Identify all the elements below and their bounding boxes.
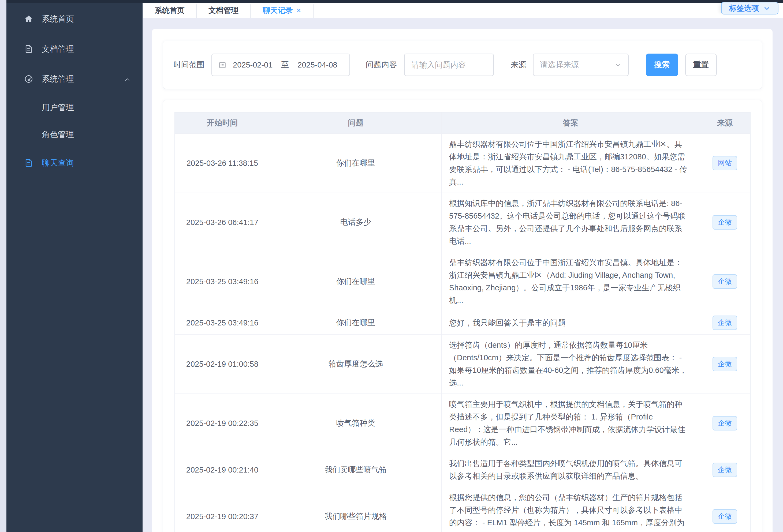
source-cell: 企微: [700, 311, 750, 334]
answer-cell: 根据您提供的信息，您的公司（鼎丰纺织器材）生产的筘片规格包括了不同型号的停经片（…: [442, 487, 700, 532]
tab-3[interactable]: 聊天记录 ×: [251, 3, 314, 18]
document-icon: [24, 158, 33, 167]
answer-cell: 选择筘齿（dents）的厚度时，通常依据筘齿数量每10厘米（Dents/10cm…: [442, 335, 700, 394]
date-end-value[interactable]: 2025-04-08: [297, 61, 337, 69]
table-header-cell: 答案: [442, 112, 700, 133]
results-panel: 开始时间问题答案来源 2025-03-26 11:38:15 你们在哪里 鼎丰纺…: [163, 100, 762, 532]
tab-2[interactable]: 文档管理: [197, 3, 251, 18]
chevron-down-icon: [763, 5, 771, 12]
question-cell: 你们在哪里: [270, 311, 442, 334]
sidebar-item-2[interactable]: 文档管理: [6, 40, 143, 58]
sidebar: 系统首页 文档管理 系统管理 用户管理 角色管理 聊天查询: [6, 3, 143, 532]
question-cell: 我们哪些筘片规格: [270, 487, 442, 532]
question-input-wrap: [404, 54, 494, 76]
table-row: 2025-03-26 11:38:15 你们在哪里 鼎丰纺织器材有限公司位于中国…: [175, 134, 750, 193]
start-time-cell: 2025-02-19 00:20:37: [175, 487, 270, 532]
question-cell: 你们在哪里: [270, 252, 442, 311]
source-cell: 企微: [700, 394, 750, 453]
start-time-cell: 2025-02-19 00:21:40: [175, 453, 270, 487]
answer-cell: 我们出售适用于各种类型国内外喷气织机使用的喷气筘。具体信息可以参考相关的目录或联…: [442, 453, 700, 487]
question-input[interactable]: [411, 60, 487, 70]
tabbar: 系统首页 文档管理 聊天记录 ×: [143, 3, 783, 18]
source-badge: 企微: [713, 215, 737, 230]
table-header-cell: 问题: [270, 112, 442, 133]
source-badge: 企微: [713, 509, 737, 524]
table-row: 2025-02-19 00:20:37 我们哪些筘片规格 根据您提供的信息，您的…: [175, 487, 750, 532]
table-row: 2025-03-26 06:41:17 电话多少 根据知识库中的信息，浙江鼎丰纺…: [175, 193, 750, 252]
reset-button[interactable]: 重置: [685, 54, 717, 76]
question-label: 问题内容: [366, 41, 397, 89]
source-cell: 企微: [700, 335, 750, 394]
start-time-cell: 2025-03-25 03:49:16: [175, 252, 270, 311]
source-select[interactable]: 请选择来源: [533, 54, 629, 76]
date-range-separator: 至: [281, 60, 289, 70]
source-cell: 网站: [700, 134, 750, 193]
tab-1[interactable]: 系统首页: [143, 3, 197, 18]
question-cell: 我们卖哪些喷气筘: [270, 453, 442, 487]
home-icon: [24, 14, 33, 24]
table-row: 2025-02-19 01:00:58 筘齿厚度怎么选 选择筘齿（dents）的…: [175, 335, 750, 394]
answer-cell: 喷气筘主要用于喷气织机中，根据提供的文档信息，关于喷气筘的种类描述不多，但是提到…: [442, 394, 700, 453]
sidebar-item-3[interactable]: 系统管理: [6, 70, 143, 88]
source-badge: 网站: [713, 156, 737, 170]
sidebar-item-1[interactable]: 系统首页: [6, 10, 143, 28]
answer-cell: 根据知识库中的信息，浙江鼎丰纺织器材有限公司的联系电话是: 86-575-856…: [442, 193, 700, 252]
source-cell: 企微: [700, 252, 750, 311]
answer-cell: 鼎丰纺织器材有限公司位于中国浙江省绍兴市安昌镇。具体地址是：浙江绍兴安昌镇九鼎工…: [442, 252, 700, 311]
main-content: 时间范围 2025-02-01 至 2025-04-08 问题内容: [143, 18, 783, 532]
source-badge: 企微: [713, 463, 737, 477]
tab-close-icon[interactable]: ×: [296, 6, 301, 14]
start-time-cell: 2025-02-19 01:00:58: [175, 335, 270, 394]
table-row: 2025-02-19 00:21:40 我们卖哪些喷气筘 我们出售适用于各种类型…: [175, 453, 750, 487]
chat-records-table: 开始时间问题答案来源 2025-03-26 11:38:15 你们在哪里 鼎丰纺…: [175, 112, 751, 532]
start-time-cell: 2025-02-19 00:22:35: [175, 394, 270, 453]
chevron-up-icon: [124, 76, 131, 83]
answer-cell: 鼎丰纺织器材有限公司位于中国浙江省绍兴市安昌镇九鼎工业区。具体地址是：浙江省绍兴…: [442, 134, 700, 193]
start-time-cell: 2025-03-25 03:49:16: [175, 311, 270, 334]
table-header-cell: 开始时间: [175, 112, 270, 133]
document-icon: [24, 44, 33, 54]
window-left-gutter: [0, 0, 6, 532]
table-row: 2025-03-25 03:49:16 你们在哪里 您好，我只能回答关于鼎丰的问…: [175, 311, 750, 335]
start-time-cell: 2025-03-26 06:41:17: [175, 193, 270, 252]
source-badge: 企微: [713, 357, 737, 371]
source-badge: 企微: [713, 416, 737, 430]
time-range-label: 时间范围: [174, 41, 205, 89]
start-time-cell: 2025-03-26 11:38:15: [175, 134, 270, 193]
question-cell: 你们在哪里: [270, 134, 442, 193]
source-select-placeholder: 请选择来源: [540, 60, 579, 70]
table-row: 2025-02-19 00:22:35 喷气筘种类 喷气筘主要用于喷气织机中，根…: [175, 394, 750, 453]
question-cell: 电话多少: [270, 193, 442, 252]
source-cell: 企微: [700, 487, 750, 532]
date-start-value[interactable]: 2025-02-01: [233, 61, 273, 69]
window-top-bar: [6, 0, 783, 3]
search-button[interactable]: 搜索: [646, 54, 678, 76]
calendar-icon: [218, 61, 226, 69]
tag-options-label: 标签选项: [729, 3, 759, 13]
question-cell: 喷气筘种类: [270, 394, 442, 453]
table-header-cell: 来源: [700, 112, 750, 133]
dashboard-icon: [24, 74, 33, 84]
source-cell: 企微: [700, 193, 750, 252]
sidebar-item-6[interactable]: 聊天查询: [6, 154, 143, 171]
source-label: 来源: [511, 41, 526, 89]
answer-cell: 您好，我只能回答关于鼎丰的问题: [442, 311, 700, 334]
question-cell: 筘齿厚度怎么选: [270, 335, 442, 394]
table-row: 2025-03-25 03:49:16 你们在哪里 鼎丰纺织器材有限公司位于中国…: [175, 252, 750, 311]
tag-options-button[interactable]: 标签选项: [721, 2, 778, 14]
source-badge: 企微: [713, 315, 737, 330]
table-header-row: 开始时间问题答案来源: [175, 112, 750, 134]
date-range-picker[interactable]: 2025-02-01 至 2025-04-08: [212, 54, 350, 76]
filter-panel: 时间范围 2025-02-01 至 2025-04-08 问题内容: [163, 41, 762, 89]
chevron-down-icon: [614, 61, 622, 69]
source-badge: 企微: [713, 274, 737, 289]
source-cell: 企微: [700, 453, 750, 487]
